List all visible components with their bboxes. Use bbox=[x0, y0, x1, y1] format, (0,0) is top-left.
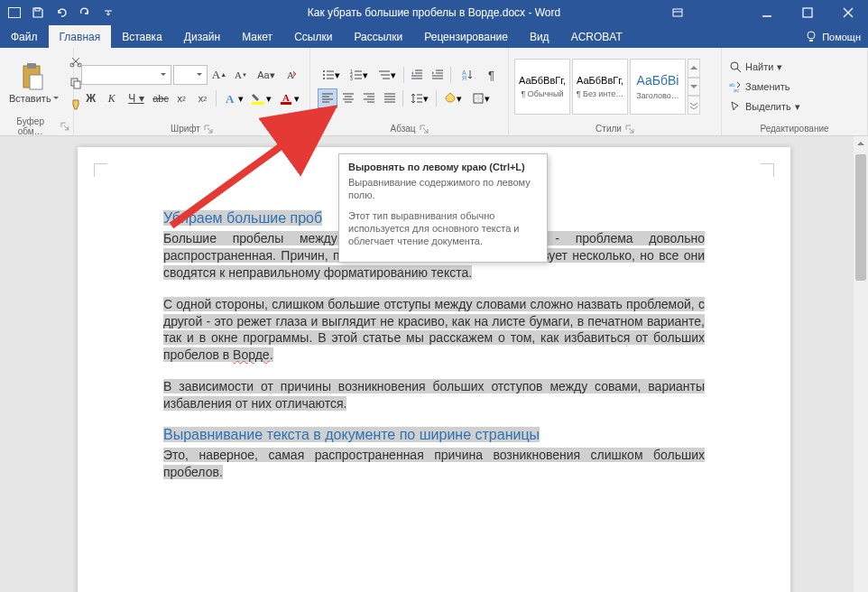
increase-indent-icon[interactable] bbox=[428, 65, 448, 85]
sort-icon[interactable]: AЯ bbox=[454, 65, 481, 85]
dialog-launcher-icon[interactable] bbox=[204, 125, 213, 134]
tab-review[interactable]: Рецензирование bbox=[413, 25, 519, 48]
highlight-icon[interactable]: ▾ bbox=[248, 88, 274, 108]
subscript-icon[interactable]: x2 bbox=[172, 88, 191, 108]
save-icon[interactable] bbox=[27, 2, 49, 23]
styles-scroll bbox=[688, 59, 700, 115]
align-justify-icon[interactable] bbox=[380, 88, 400, 108]
decrease-indent-icon[interactable] bbox=[407, 65, 427, 85]
paste-button[interactable]: Вставить bbox=[4, 60, 64, 106]
select-label: Выделить bbox=[745, 101, 791, 112]
dialog-launcher-icon[interactable] bbox=[60, 122, 69, 131]
group-editing: Найти ▾ abacЗаменить Выделить ▾ Редактир… bbox=[722, 48, 868, 135]
svg-rect-8 bbox=[30, 75, 42, 89]
select-button[interactable]: Выделить ▾ bbox=[729, 97, 800, 116]
link-word[interactable]: Ворде bbox=[233, 347, 270, 362]
tab-home[interactable]: Главная bbox=[49, 25, 112, 48]
grow-font-icon[interactable]: A▲ bbox=[209, 65, 229, 85]
tab-layout[interactable]: Макет bbox=[231, 25, 283, 48]
paragraph-label: Абзац bbox=[390, 124, 415, 134]
tab-file[interactable]: Файл bbox=[0, 25, 49, 48]
svg-text:A: A bbox=[287, 69, 294, 80]
search-icon bbox=[729, 60, 742, 73]
tooltip-title: Выровнять по левому краю (Ctrl+L) bbox=[348, 162, 538, 172]
style-normal[interactable]: АаБбВвГг, ¶ Обычный bbox=[514, 59, 570, 115]
superscript-icon[interactable]: x2 bbox=[193, 88, 212, 108]
chevron-down-icon bbox=[196, 71, 203, 79]
chevron-down-icon bbox=[53, 97, 59, 100]
svg-rect-2 bbox=[35, 8, 40, 11]
tab-references[interactable]: Ссылки bbox=[283, 25, 343, 48]
font-name-combo[interactable] bbox=[81, 65, 171, 85]
word-icon[interactable] bbox=[4, 2, 25, 23]
maximize-icon[interactable] bbox=[787, 0, 827, 25]
tell-me[interactable]: Помощн bbox=[804, 25, 868, 48]
text-effects-icon[interactable]: A▾ bbox=[220, 88, 246, 108]
pilcrow-icon[interactable]: ¶ bbox=[482, 65, 502, 85]
svg-point-5 bbox=[808, 32, 815, 39]
window-title: Как убрать большие пробелы в Ворде.docx … bbox=[308, 6, 560, 19]
svg-rect-1 bbox=[9, 8, 20, 17]
vertical-scrollbar[interactable] bbox=[854, 136, 868, 592]
bold-icon[interactable]: Ж bbox=[81, 88, 100, 108]
borders-icon[interactable]: ▾ bbox=[467, 88, 494, 108]
styles-label: Стили bbox=[596, 124, 622, 134]
align-left-icon[interactable] bbox=[318, 88, 337, 108]
style-name: ¶ Без инте… bbox=[573, 89, 627, 98]
quick-access-toolbar bbox=[0, 2, 119, 23]
svg-text:ac: ac bbox=[734, 88, 739, 93]
style-name: ¶ Обычный bbox=[515, 89, 569, 98]
qa-customize-icon[interactable] bbox=[97, 2, 119, 23]
dialog-launcher-icon[interactable] bbox=[420, 125, 429, 134]
style-nospace[interactable]: АаБбВвГг, ¶ Без инте… bbox=[572, 59, 628, 115]
window-controls bbox=[663, 0, 868, 25]
scroll-thumb[interactable] bbox=[855, 154, 866, 281]
tab-design[interactable]: Дизайн bbox=[173, 25, 231, 48]
titlebar: Как убрать большие пробелы в Ворде.docx … bbox=[0, 0, 868, 25]
minimize-icon[interactable] bbox=[746, 0, 787, 25]
redo-icon[interactable] bbox=[74, 2, 96, 23]
align-center-icon[interactable] bbox=[338, 88, 358, 108]
ribbon-display-icon[interactable] bbox=[663, 0, 692, 25]
dialog-launcher-icon[interactable] bbox=[625, 125, 634, 134]
styles-down-icon[interactable] bbox=[688, 78, 700, 97]
shading-icon[interactable]: ▾ bbox=[439, 88, 466, 108]
doc-paragraph: С одной стороны, слишком большие отступы… bbox=[163, 296, 705, 365]
style-preview: АаБбВі bbox=[637, 73, 679, 88]
underline-icon[interactable]: Ч ▾ bbox=[123, 88, 149, 108]
style-preview: АаБбВвГг, bbox=[577, 75, 623, 86]
scroll-up-icon[interactable] bbox=[854, 136, 868, 151]
bullets-icon[interactable]: ▾ bbox=[318, 65, 345, 85]
replace-icon: abac bbox=[729, 80, 742, 93]
tab-view[interactable]: Вид bbox=[519, 25, 560, 48]
font-color-icon[interactable]: A▾ bbox=[276, 88, 302, 108]
close-icon[interactable] bbox=[827, 0, 868, 25]
tab-acrobat[interactable]: ACROBAT bbox=[560, 25, 633, 48]
tab-mailings[interactable]: Рассылки bbox=[343, 25, 413, 48]
svg-rect-4 bbox=[803, 8, 812, 17]
replace-button[interactable]: abacЗаменить bbox=[729, 78, 800, 96]
find-button[interactable]: Найти ▾ bbox=[729, 58, 800, 76]
tooltip-desc: Этот тип выравнивания обычно используетс… bbox=[348, 209, 538, 248]
strikethrough-icon[interactable]: abc bbox=[151, 88, 170, 108]
svg-text:A: A bbox=[282, 92, 290, 103]
shrink-font-icon[interactable]: A▼ bbox=[231, 65, 251, 85]
undo-icon[interactable] bbox=[51, 2, 72, 23]
align-right-icon[interactable] bbox=[359, 88, 379, 108]
svg-point-19 bbox=[323, 74, 325, 76]
styles-up-icon[interactable] bbox=[688, 59, 700, 78]
style-heading1[interactable]: АаБбВі Заголово… bbox=[630, 59, 686, 115]
clear-formatting-icon[interactable]: A bbox=[282, 65, 301, 85]
svg-rect-3 bbox=[673, 9, 682, 16]
doc-paragraph: В зависимости от причины возникновения б… bbox=[163, 378, 705, 412]
line-spacing-icon[interactable]: ▾ bbox=[406, 88, 433, 108]
tab-insert[interactable]: Вставка bbox=[111, 25, 173, 48]
change-case-icon[interactable]: Aa▾ bbox=[253, 65, 280, 85]
font-size-combo[interactable] bbox=[173, 65, 208, 85]
group-paragraph: ▾ 123▾ ▾ AЯ ¶ ▾ bbox=[310, 48, 509, 135]
numbering-icon[interactable]: 123▾ bbox=[346, 65, 373, 85]
paste-label: Вставить bbox=[9, 93, 51, 104]
italic-icon[interactable]: К bbox=[102, 88, 121, 108]
styles-more-icon[interactable] bbox=[688, 96, 700, 115]
multilevel-icon[interactable]: ▾ bbox=[374, 65, 401, 85]
